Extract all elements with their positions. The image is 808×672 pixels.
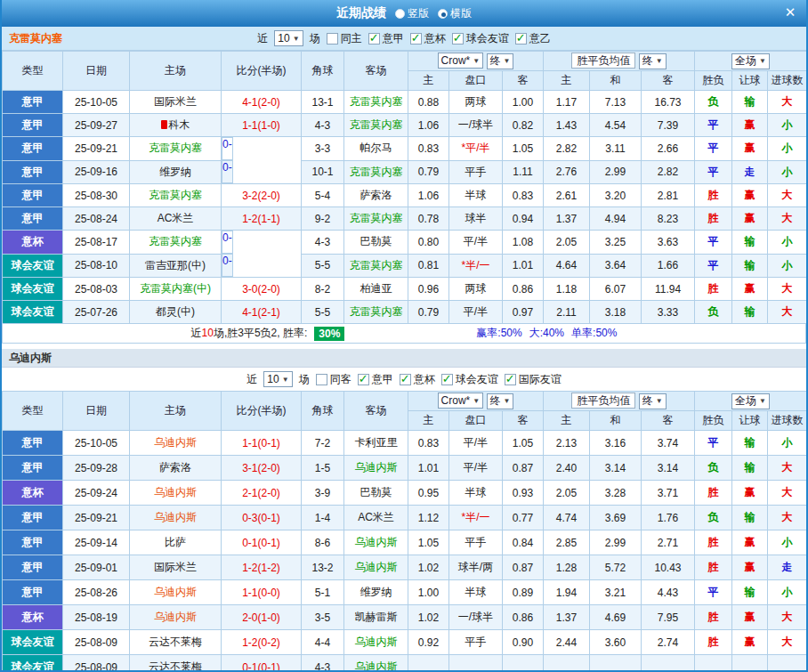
away-team: 克雷莫内塞 <box>344 207 408 231</box>
league-checkbox-seriea[interactable]: 意甲 <box>358 372 393 387</box>
asian-handicap: 一/球半 <box>449 605 503 630</box>
checkbox-icon <box>515 33 527 45</box>
match-score: 0-0(0-0) <box>222 160 233 183</box>
odds-stage-select[interactable]: 终▼ <box>487 53 514 69</box>
corner-score: 1-5 <box>302 456 344 481</box>
league-checkbox-coppa[interactable]: 意杯 <box>410 31 446 46</box>
bookmaker-select[interactable]: Crow*▼ <box>438 393 484 409</box>
odds-draw: 5.72 <box>590 555 642 580</box>
league-checkbox-seriea[interactable]: 意甲 <box>368 31 404 46</box>
odds-draw: 3.69 <box>590 506 642 530</box>
result-goals: 走 <box>768 555 807 580</box>
result-handicap: 赢 <box>732 630 768 655</box>
same-home-checkbox[interactable]: 同主 <box>327 31 362 46</box>
close-icon[interactable]: ✕ <box>781 4 799 20</box>
col-handicap: 盘口 <box>449 411 503 431</box>
odds-lose: 11.94 <box>642 278 695 301</box>
odds-lose: 2.74 <box>642 630 695 655</box>
asian-away-odds <box>503 655 544 672</box>
col-away: 客场 <box>344 392 408 431</box>
result-goals: 大 <box>768 207 807 231</box>
result-outcome: 胜 <box>695 605 732 630</box>
home-team: 云达不莱梅 <box>130 630 222 655</box>
odds-draw: 3.14 <box>590 456 642 481</box>
col-score: 比分(半场) <box>222 52 302 91</box>
result-scope-header: 全场▼ <box>695 52 807 71</box>
odds-win: 2.40 <box>544 456 590 481</box>
avg-stage-select[interactable]: 终▼ <box>639 393 667 409</box>
page-title: 近期战绩 <box>336 5 386 21</box>
league-checkbox-serieb[interactable]: 意乙 <box>515 31 551 46</box>
col-home: 主场 <box>130 52 222 91</box>
odds-lose: 2.66 <box>642 137 695 161</box>
odds-draw: 3.18 <box>590 301 642 324</box>
match-date: 25-08-30 <box>63 184 130 207</box>
asian-home-odds: 1.06 <box>408 184 449 207</box>
away-team: 克雷莫内塞 <box>344 160 408 184</box>
result-handicap: 赢 <box>732 605 768 630</box>
match-count-select[interactable]: 10▼ <box>274 30 303 46</box>
result-goals: 小 <box>768 231 807 255</box>
result-outcome: 负 <box>695 301 732 324</box>
league-checkbox-club-friendly[interactable]: 球会友谊 <box>452 31 509 46</box>
league-checkbox-intl-friendly[interactable]: 国际友谊 <box>505 372 562 387</box>
home-team: 比萨 <box>130 530 222 555</box>
asian-away-odds: 0.86 <box>503 605 544 630</box>
match-score: 0-3(0-1) <box>222 506 302 530</box>
near-label: 近 <box>257 31 268 46</box>
scope-select[interactable]: 全场▼ <box>731 53 770 69</box>
odds-stage-select[interactable]: 终▼ <box>487 393 514 409</box>
league-checkbox-coppa[interactable]: 意杯 <box>400 372 435 387</box>
league-type-badge: 意杯 <box>3 231 63 255</box>
odds-win: 2.05 <box>544 231 590 255</box>
col-odds-win: 主 <box>544 411 590 431</box>
match-score: 0-0(0-0) <box>222 231 233 254</box>
away-team: 柏迪亚 <box>344 278 408 301</box>
match-row: 意甲25-09-01国际米兰1-2(1-2)13-2乌迪内斯1.02球半/两0.… <box>3 555 807 580</box>
asian-away-odds: 0.84 <box>503 530 544 555</box>
udinese-header-bar: 乌迪内斯 <box>2 349 806 368</box>
odds-draw: 6.07 <box>590 278 642 301</box>
vertical-layout-radio[interactable]: 竖版 <box>395 6 429 21</box>
result-outcome: 平 <box>695 137 732 161</box>
corner-score: 3-5 <box>302 605 344 630</box>
scope-select[interactable]: 全场▼ <box>731 393 770 409</box>
team-name-title: 乌迪内斯 <box>9 351 52 366</box>
radio-icon <box>395 9 405 19</box>
avg-stage-select[interactable]: 终▼ <box>639 53 667 69</box>
odd-rate: 单率:50% <box>571 326 617 341</box>
result-goals: 大 <box>768 630 807 655</box>
horizontal-layout-radio[interactable]: 横版 <box>438 6 472 21</box>
league-checkbox-club-friendly[interactable]: 球会友谊 <box>441 372 498 387</box>
result-goals: 小 <box>768 137 807 161</box>
match-score: 0-1(0-1) <box>222 530 302 555</box>
home-team: 乌迪内斯 <box>130 481 222 506</box>
checkbox-icon <box>400 374 411 385</box>
asian-home-odds: 0.80 <box>408 231 449 255</box>
result-goals: 大 <box>768 278 807 301</box>
odds-draw: 4.94 <box>590 207 642 231</box>
match-row: 意杯25-09-24乌迪内斯2-1(2-0)3-9巴勒莫0.95半球0.932.… <box>3 481 807 506</box>
result-outcome: 胜 <box>695 184 732 207</box>
asian-handicap: 平手 <box>449 630 503 655</box>
asian-away-odds: 0.77 <box>503 506 544 530</box>
bookmaker-select[interactable]: Crow*▼ <box>438 53 484 69</box>
odds-win: 2.11 <box>544 301 590 324</box>
win-rate-badge: 30% <box>314 327 344 341</box>
away-team: 凯赫雷斯 <box>344 605 408 630</box>
match-row: 球会友谊25-08-03克雷莫内塞(中)3-0(2-0)8-2柏迪亚0.96两球… <box>3 278 807 301</box>
odds-win: 2.76 <box>544 160 590 184</box>
odds-win: 2.85 <box>544 530 590 555</box>
result-goals: 大 <box>768 605 807 630</box>
same-away-checkbox[interactable]: 同客 <box>316 372 351 387</box>
odds-win: 4.64 <box>544 254 590 278</box>
away-team: 克雷莫内塞 <box>344 91 408 114</box>
col-result-handicap: 让球 <box>732 411 768 431</box>
match-score: 1-1(0-1) <box>222 431 302 456</box>
corner-score: 10-1 <box>302 160 344 184</box>
odds-lose: 3.14 <box>642 456 695 481</box>
chevron-down-icon: ▼ <box>759 57 766 65</box>
match-count-select[interactable]: 10▼ <box>263 371 292 387</box>
match-score: 0-1(0-1) <box>222 655 302 672</box>
col-date: 日期 <box>63 52 130 91</box>
